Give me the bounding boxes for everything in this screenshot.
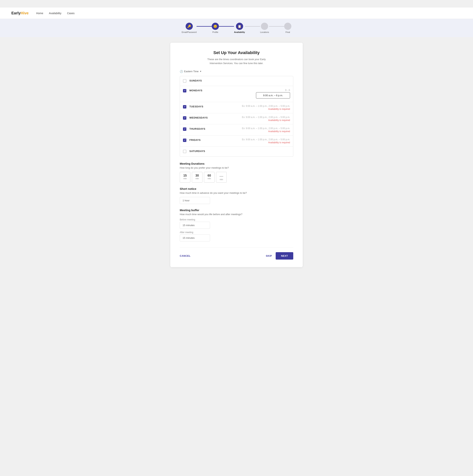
timezone-selector[interactable]: 🕐 Eastern Time ▼: [180, 70, 293, 73]
skip-button[interactable]: SKIP: [266, 255, 272, 257]
day-name-sundays: SUNDAYS: [189, 79, 210, 82]
buffer-fields: Before meeting After meeting: [180, 218, 293, 241]
meeting-durations-desc: How long do you prefer your meetings to …: [180, 166, 293, 169]
main-card: Set Up Your Availability These are the t…: [170, 43, 303, 267]
monday-availability-box[interactable]: 9:00 a.m. – 6 p.m.: [256, 92, 290, 99]
progress-section: 🔑 Email/Password 😊 Profile 📋 Availabilit…: [0, 19, 473, 37]
before-meeting-input[interactable]: [180, 222, 210, 229]
checkbox-tuesdays[interactable]: [183, 105, 186, 108]
duration-30-value: 30: [195, 174, 200, 177]
duration-30[interactable]: 30 min: [192, 172, 202, 183]
duration-60-value: 60: [207, 174, 212, 177]
meeting-buffer-desc: How much time would you life before and …: [180, 213, 293, 216]
connector-4: [269, 26, 284, 27]
footer-buttons: CANCEL SKIP NEXT: [180, 247, 293, 259]
meeting-buffer-title: Meeting buffer: [180, 208, 293, 212]
duration-dash-value: —: [219, 174, 224, 178]
next-button[interactable]: NEXT: [276, 252, 293, 259]
nav-availability[interactable]: Availability: [49, 12, 61, 15]
timezone-text: Eastern Time: [184, 70, 199, 73]
step-locations: Locations: [260, 23, 269, 33]
meeting-durations-title: Meeting Durations: [180, 162, 293, 165]
step-label-email-password: Email/Password: [182, 31, 197, 33]
page-title: Set Up Your Availability: [180, 50, 293, 55]
days-table: SUNDAYS MONDAYS 9 - 6 9:00 a.m. – 6 p.m.…: [180, 76, 293, 157]
step-circle-final: [284, 23, 291, 30]
checkbox-thursdays[interactable]: [183, 127, 186, 131]
day-row-thursdays: THURSDAYS Ex: 9:00 a.m. – 1:00 p.m., 2:0…: [180, 124, 293, 136]
day-row-mondays: MONDAYS 9 - 6 9:00 a.m. – 6 p.m.: [180, 86, 293, 102]
fridays-example: Ex: 9:00 a.m. – 1:00 p.m., 2:00 p.m. – 5…: [242, 138, 290, 141]
step-circle-locations: [261, 23, 268, 30]
day-availability-thursdays: Ex: 9:00 a.m. – 1:00 p.m., 2:00 p.m. – 5…: [210, 127, 290, 133]
day-name-wednesdays: WEDNESDAYS: [189, 116, 210, 119]
duration-60[interactable]: 60 min: [204, 172, 215, 183]
step-circle-profile: 😊: [212, 23, 219, 30]
short-notice-section: Short notice How much time in advance do…: [180, 187, 293, 204]
day-row-wednesdays: WEDNESDAYS Ex: 9:00 a.m. – 1:00 p.m., 2:…: [180, 113, 293, 124]
duration-dash[interactable]: — min: [216, 172, 227, 183]
step-availability: 📋 Availability: [234, 23, 245, 33]
day-name-thursdays: THURSDAYS: [189, 127, 210, 130]
nav-home[interactable]: Home: [36, 12, 43, 15]
duration-30-unit: min: [195, 177, 200, 180]
day-name-saturdays: SATURDAYS: [189, 150, 210, 153]
fridays-error: Availability is required: [268, 141, 290, 144]
connector-3: [245, 26, 260, 27]
day-row-fridays: FRIDAYS Ex: 9:00 a.m. – 1:00 p.m., 2:00 …: [180, 136, 293, 147]
before-meeting-label: Before meeting: [180, 218, 293, 221]
duration-dash-unit: min: [219, 178, 224, 181]
tuesdays-example: Ex: 9:00 a.m. – 1:00 p.m., 2:00 p.m. – 5…: [242, 105, 290, 107]
step-label-profile: Profile: [212, 31, 218, 33]
cancel-button[interactable]: CANCEL: [180, 255, 191, 257]
step-label-final: Final: [286, 31, 290, 33]
day-row-sundays: SUNDAYS: [180, 76, 293, 86]
monday-raw: 9 - 6: [285, 89, 290, 91]
step-label-availability: Availability: [234, 31, 245, 33]
logo-early: Early: [11, 11, 21, 15]
tuesdays-error: Availability is required: [268, 108, 290, 110]
nav-links: Home Availability Cases: [36, 12, 74, 15]
day-availability-tuesdays: Ex: 9:00 a.m. – 1:00 p.m., 2:00 p.m. – 5…: [210, 105, 290, 110]
monday-input-area: 9 - 6 9:00 a.m. – 6 p.m.: [210, 89, 290, 99]
wednesdays-error: Availability is required: [268, 119, 290, 121]
thursdays-error: Availability is required: [268, 130, 290, 133]
checkbox-wednesdays[interactable]: [183, 116, 186, 120]
duration-15[interactable]: 15 min: [180, 172, 190, 183]
step-profile: 😊 Profile: [212, 23, 219, 33]
step-final: Final: [284, 23, 291, 33]
before-meeting-field: Before meeting: [180, 218, 293, 229]
duration-60-unit: min: [207, 177, 212, 180]
after-meeting-field: After meeting: [180, 231, 293, 241]
day-name-mondays: MONDAYS: [189, 89, 210, 92]
thursdays-example: Ex: 9:00 a.m. – 1:00 p.m., 2:00 p.m. – 5…: [242, 127, 290, 130]
step-label-locations: Locations: [260, 31, 269, 33]
day-row-saturdays: SATURDAYS: [180, 147, 293, 156]
short-notice-title: Short notice: [180, 187, 293, 190]
step-email-password: 🔑 Email/Password: [182, 23, 197, 33]
after-meeting-input[interactable]: [180, 234, 210, 241]
duration-options: 15 min 30 min 60 min — min: [180, 172, 293, 183]
checkbox-fridays[interactable]: [183, 138, 186, 142]
day-availability-wednesdays: Ex: 9:00 a.m. – 1:00 p.m., 2:00 p.m. – 5…: [210, 116, 290, 121]
step-circle-email-password: 🔑: [186, 23, 193, 30]
right-buttons: SKIP NEXT: [266, 252, 293, 259]
main-wrapper: Set Up Your Availability These are the t…: [0, 37, 473, 273]
page-subtitle: These are the times coordinators can boo…: [180, 57, 293, 65]
day-name-fridays: FRIDAYS: [189, 138, 210, 141]
meeting-buffer-section: Meeting buffer How much time would you l…: [180, 208, 293, 241]
nav-cases[interactable]: Cases: [67, 12, 74, 15]
step-circle-availability: 📋: [236, 23, 243, 30]
after-meeting-label: After meeting: [180, 231, 293, 234]
checkbox-sundays[interactable]: [183, 79, 186, 83]
short-notice-input[interactable]: [180, 197, 210, 204]
connector-2: [219, 26, 234, 27]
logo: EarlyHive: [11, 11, 29, 15]
checkbox-saturdays[interactable]: [183, 150, 186, 153]
chevron-down-icon: ▼: [200, 70, 202, 72]
checkbox-mondays[interactable]: [183, 89, 186, 92]
connector-1: [197, 26, 212, 27]
logo-hive: Hive: [21, 11, 29, 15]
progress-steps: 🔑 Email/Password 😊 Profile 📋 Availabilit…: [182, 23, 291, 33]
navbar: EarlyHive Home Availability Cases: [0, 8, 473, 19]
